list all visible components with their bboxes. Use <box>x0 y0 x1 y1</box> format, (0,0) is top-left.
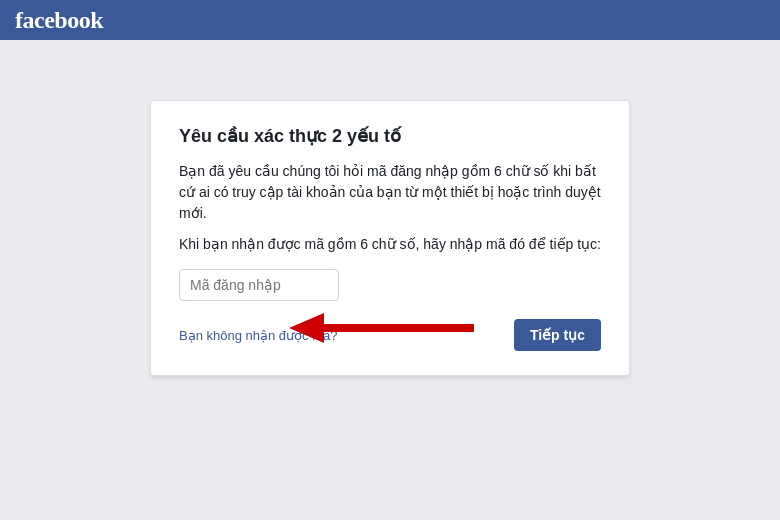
card-title: Yêu cầu xác thực 2 yếu tố <box>179 125 601 147</box>
card-instruction: Khi bạn nhận được mã gồm 6 chữ số, hãy n… <box>179 234 601 255</box>
continue-button[interactable]: Tiếp tục <box>514 319 601 351</box>
header-bar: facebook <box>0 0 780 40</box>
code-input[interactable] <box>179 269 339 301</box>
two-factor-card: Yêu cầu xác thực 2 yếu tố Bạn đã yêu cầu… <box>150 100 630 376</box>
card-description: Bạn đã yêu cầu chúng tôi hỏi mã đăng nhậ… <box>179 161 601 224</box>
main-content: Yêu cầu xác thực 2 yếu tố Bạn đã yêu cầu… <box>0 40 780 376</box>
didnt-receive-link[interactable]: Bạn không nhận được mã? <box>179 328 337 343</box>
card-footer: Bạn không nhận được mã? Tiếp tục <box>179 319 601 351</box>
facebook-logo: facebook <box>15 7 103 34</box>
svg-rect-0 <box>319 324 474 332</box>
